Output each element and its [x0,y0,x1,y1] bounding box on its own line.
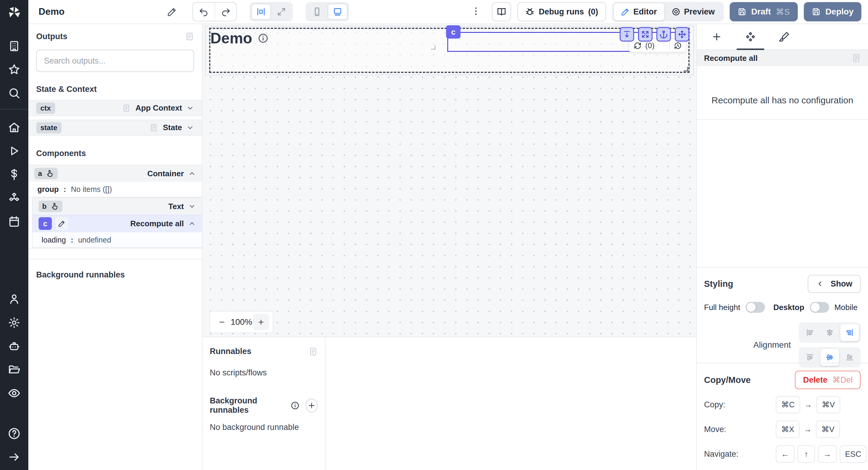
desktop-view-button[interactable] [328,4,347,20]
workspace-building-icon[interactable] [7,39,21,53]
windmill-logo-icon[interactable] [6,5,22,22]
info-icon [290,401,300,410]
align-left-button[interactable] [801,324,819,341]
resize-handle[interactable] [684,67,688,71]
app-canvas[interactable]: Demo c (0) [203,24,696,337]
mobile-view-button[interactable] [307,4,327,20]
resize-handle[interactable] [431,45,435,50]
editor-preview-toggle: Editor Preview [612,2,724,22]
state-doc-icon [150,124,158,132]
settings-gear-icon[interactable] [7,316,21,330]
add-background-runnable-button[interactable] [306,399,318,412]
kbd-left: ← [776,445,795,463]
workers-robot-icon[interactable] [7,339,21,353]
user-icon[interactable] [7,292,21,306]
chevron-up-icon[interactable] [188,220,196,227]
zoom-out-button[interactable]: − [214,314,230,330]
component-b-pill[interactable]: b [38,201,62,212]
component-a-row[interactable]: a Container [28,165,202,182]
undo-button[interactable] [193,3,215,21]
show-label: Show [831,279,852,289]
loading-value: undefined [78,236,111,244]
styling-brush-tab[interactable] [767,24,801,50]
background-runnables-title: Background runnables [36,270,194,280]
text-component-b[interactable]: Demo [210,30,269,47]
debug-runs-button[interactable]: Debug runs (0) [517,2,606,21]
search-outputs-input[interactable] [36,50,194,72]
component-doc-icon[interactable] [852,54,861,63]
chevron-up-icon[interactable] [188,169,196,178]
zoom-in-button[interactable]: + [253,314,269,330]
search-icon[interactable] [7,86,21,100]
billing-dollar-icon[interactable] [7,167,21,181]
audit-eye-icon[interactable] [7,386,21,400]
draft-shortcut: ⌘S [776,7,790,17]
expand-rail-arrow-icon[interactable] [7,450,21,464]
align-center-h-button[interactable] [820,324,839,341]
state-type: State [163,123,182,132]
refresh-count: (0) [645,41,655,50]
settings-tabs [697,24,868,50]
component-settings-tab[interactable] [734,24,767,50]
show-styling-button[interactable]: Show [808,275,861,293]
outputs-doc-icon[interactable] [185,32,194,41]
debug-runs-label: Debug runs [539,7,584,17]
full-height-toggle[interactable] [746,302,765,313]
outputs-title: Outputs [36,32,67,41]
resources-cubes-icon[interactable] [7,191,21,205]
background-runnables-empty-text: No background runnable [210,423,318,432]
runnables-title: Runnables [210,347,251,356]
fullscreen-layout-button[interactable] [272,4,291,20]
desktop-toggle[interactable] [810,302,829,313]
favorites-star-icon[interactable] [7,63,21,76]
components-list: a Container group : No items ([]) b [28,165,202,249]
debug-runs-count: (0) [588,7,598,17]
align-right-button[interactable] [840,324,859,341]
delete-button[interactable]: Delete ⌘Del [795,371,861,389]
centered-layout-button[interactable] [251,4,271,20]
move-button[interactable] [675,27,689,41]
kbd-cmd-v: ⌘V [816,420,840,438]
redo-button[interactable] [215,3,236,21]
editor-tab[interactable]: Editor [614,3,664,20]
hand-pointer-icon [45,169,54,178]
more-menu-icon[interactable] [471,6,481,18]
schedules-calendar-icon[interactable] [7,215,21,228]
component-b-id: b [42,202,47,211]
chevron-down-icon[interactable] [188,202,196,210]
undo-redo-group [192,2,237,21]
deploy-button[interactable]: Deploy [804,2,861,21]
chevron-down-icon[interactable] [186,124,194,132]
docs-book-button[interactable] [492,2,511,21]
home-icon[interactable] [7,121,21,134]
insert-component-tab[interactable] [700,24,734,50]
fullsize-button[interactable] [638,27,652,41]
colon: : [71,236,73,244]
edit-id-pencil-icon[interactable] [56,217,68,230]
component-c-tag[interactable]: c [446,25,461,38]
help-icon[interactable] [7,427,21,440]
runnables-doc-icon[interactable] [309,347,318,356]
folders-icon[interactable] [7,363,21,377]
layout-group [250,2,293,21]
kbd-cmd-v: ⌘V [816,396,840,413]
component-a-pill[interactable]: a [34,168,58,179]
anchor-button[interactable] [656,27,671,41]
loading-output-row[interactable]: loading : undefined [33,232,202,247]
ctx-row[interactable]: ctx App Context [28,100,202,116]
group-output-row[interactable]: group : No items ([]) [28,182,202,197]
component-c-row-selected[interactable]: c Recompute all [33,215,202,232]
no-configuration-text: Recompute all has no configuration [697,95,868,105]
runs-play-icon[interactable] [7,144,21,158]
delete-label: Delete [803,375,827,385]
rename-app-icon[interactable] [167,7,177,17]
expand-down-button[interactable] [620,27,634,41]
state-row[interactable]: state State [28,120,202,135]
component-b-row[interactable]: b Text [33,198,202,215]
draft-button[interactable]: Draft ⌘S [730,2,798,21]
preview-tab[interactable]: Preview [664,3,722,20]
selected-component-title: Recompute all [704,54,758,63]
refresh-icon[interactable] [633,41,642,50]
chevron-down-icon[interactable] [186,104,194,112]
history-icon[interactable] [674,41,682,50]
